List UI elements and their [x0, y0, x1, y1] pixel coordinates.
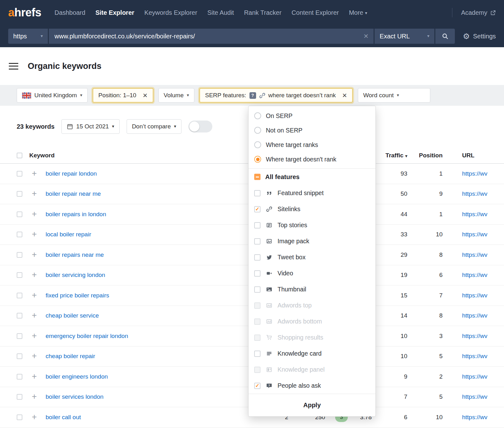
row-checkbox[interactable]: [17, 211, 22, 217]
keyword-link[interactable]: local boiler repair: [46, 231, 91, 238]
feature-video[interactable]: Video: [249, 265, 375, 281]
expand-plus-icon[interactable]: +: [32, 211, 37, 218]
expand-plus-icon[interactable]: +: [32, 190, 37, 197]
remove-filter-icon[interactable]: ✕: [342, 92, 347, 99]
feature-adwords-top[interactable]: Ad Adwords top: [249, 297, 375, 313]
row-checkbox[interactable]: [17, 232, 22, 237]
expand-plus-icon[interactable]: +: [32, 272, 37, 279]
row-checkbox[interactable]: [17, 414, 22, 420]
feature-knowledge-card[interactable]: Knowledge card: [249, 346, 375, 362]
keyword-link[interactable]: boiler call out: [46, 414, 81, 421]
url-link[interactable]: https://wv: [462, 170, 487, 177]
keyword-link[interactable]: emergency boiler repair london: [46, 333, 128, 340]
feature-checkbox[interactable]: [254, 270, 261, 277]
url-link[interactable]: https://wv: [462, 353, 487, 359]
search-button[interactable]: [435, 29, 455, 44]
feature-knowledge-panel[interactable]: Knowledge panel: [249, 362, 375, 378]
expand-plus-icon[interactable]: +: [32, 312, 37, 319]
row-checkbox[interactable]: [17, 353, 22, 359]
keyword-link[interactable]: cheap boiler repair: [46, 353, 95, 360]
feature-checkbox[interactable]: [254, 351, 261, 357]
keyword-link[interactable]: boiler servicing london: [46, 272, 105, 279]
nav-item-rank-tracker[interactable]: Rank Tracker: [244, 9, 282, 16]
position-filter[interactable]: Position: 1–10 ✕: [93, 88, 153, 103]
hamburger-menu-icon[interactable]: [9, 63, 18, 70]
feature-shopping-results[interactable]: Shopping results: [249, 329, 375, 346]
feature-checkbox[interactable]: [254, 222, 261, 228]
expand-plus-icon[interactable]: +: [32, 414, 37, 421]
feature-thumbnail[interactable]: Thumbnail: [249, 281, 375, 297]
row-checkbox[interactable]: [17, 252, 22, 258]
compare-select[interactable]: Don’t compare ▾: [127, 119, 182, 134]
indeterminate-checkbox[interactable]: [254, 174, 261, 180]
keyword-link[interactable]: boiler repairs in london: [46, 211, 106, 218]
protocol-select[interactable]: https ▾: [8, 29, 48, 44]
url-link[interactable]: https://wv: [462, 312, 487, 319]
nav-item-dashboard[interactable]: Dashboard: [54, 9, 85, 16]
row-checkbox[interactable]: [17, 272, 22, 278]
academy-link[interactable]: Academy: [461, 9, 496, 16]
nav-item-content-explorer[interactable]: Content Explorer: [292, 9, 339, 16]
nav-item-more[interactable]: More ▾: [349, 9, 367, 16]
feature-tweet-box[interactable]: Tweet box: [249, 249, 375, 265]
apply-button[interactable]: Apply: [249, 394, 375, 416]
header-position[interactable]: Position: [407, 152, 443, 159]
row-checkbox[interactable]: [17, 333, 22, 339]
mode-select[interactable]: Exact URL ▾: [375, 29, 434, 44]
expand-plus-icon[interactable]: +: [32, 333, 37, 340]
feature-checkbox[interactable]: [254, 286, 261, 293]
feature-checkbox[interactable]: [254, 335, 261, 341]
url-link[interactable]: https://wv: [462, 272, 487, 278]
header-url[interactable]: URL: [443, 152, 504, 159]
nav-item-site-audit[interactable]: Site Audit: [207, 9, 234, 16]
expand-plus-icon[interactable]: +: [32, 393, 37, 400]
keyword-link[interactable]: boiler repair london: [46, 170, 97, 177]
url-link[interactable]: https://wv: [462, 373, 487, 380]
url-link[interactable]: https://wv: [462, 292, 487, 299]
row-checkbox[interactable]: [17, 191, 22, 197]
keyword-link[interactable]: cheap boiler service: [46, 312, 99, 319]
row-checkbox[interactable]: [17, 374, 22, 380]
keyword-link[interactable]: boiler repairs near me: [46, 251, 104, 258]
url-link[interactable]: https://wv: [462, 211, 487, 217]
all-features-row[interactable]: All features: [249, 169, 375, 185]
nav-item-keywords-explorer[interactable]: Keywords Explorer: [144, 9, 197, 16]
header-keyword[interactable]: Keyword: [29, 152, 54, 159]
url-link[interactable]: https://wv: [462, 231, 487, 238]
radio-where-target-ranks[interactable]: Where target ranks: [249, 138, 375, 152]
feature-image-pack[interactable]: Image pack: [249, 233, 375, 249]
view-toggle[interactable]: [188, 121, 212, 132]
expand-plus-icon[interactable]: +: [32, 353, 37, 360]
feature-checkbox[interactable]: [254, 238, 261, 245]
radio-not-on-serp[interactable]: Not on SERP: [249, 123, 375, 138]
row-checkbox[interactable]: [17, 171, 22, 177]
serp-features-filter[interactable]: SERP features: ? where target doesn’t ra…: [199, 88, 353, 103]
volume-filter[interactable]: Volume ▾: [158, 88, 194, 103]
row-checkbox[interactable]: [17, 293, 22, 298]
feature-checkbox[interactable]: [254, 190, 261, 196]
expand-plus-icon[interactable]: +: [32, 231, 37, 238]
ahrefs-logo[interactable]: ahrefs: [8, 6, 41, 19]
keyword-link[interactable]: boiler services london: [46, 393, 104, 400]
feature-checkbox[interactable]: ✓: [254, 206, 261, 212]
keyword-link[interactable]: boiler engineers london: [46, 373, 108, 380]
feature-top-stories[interactable]: Top stories: [249, 217, 375, 233]
feature-checkbox[interactable]: [254, 367, 261, 373]
settings-button[interactable]: ⚙ Settings: [463, 32, 496, 40]
nav-item-site-explorer[interactable]: Site Explorer: [95, 9, 134, 16]
expand-plus-icon[interactable]: +: [32, 373, 37, 380]
country-filter[interactable]: United Kingdom ▾: [17, 88, 88, 103]
expand-plus-icon[interactable]: +: [32, 170, 37, 177]
keyword-link[interactable]: boiler repair near me: [46, 190, 101, 197]
url-link[interactable]: https://wv: [462, 333, 487, 339]
expand-plus-icon[interactable]: +: [32, 251, 37, 258]
feature-checkbox[interactable]: [254, 318, 261, 325]
url-link[interactable]: https://wv: [462, 251, 487, 258]
url-link[interactable]: https://wv: [462, 414, 487, 420]
radio-on-serp[interactable]: On SERP: [249, 109, 375, 123]
date-picker-button[interactable]: 15 Oct 2021 ▾: [61, 119, 120, 134]
row-checkbox[interactable]: [17, 394, 22, 400]
url-link[interactable]: https://wv: [462, 393, 487, 400]
url-link[interactable]: https://wv: [462, 190, 487, 197]
select-all-checkbox[interactable]: [17, 153, 22, 158]
